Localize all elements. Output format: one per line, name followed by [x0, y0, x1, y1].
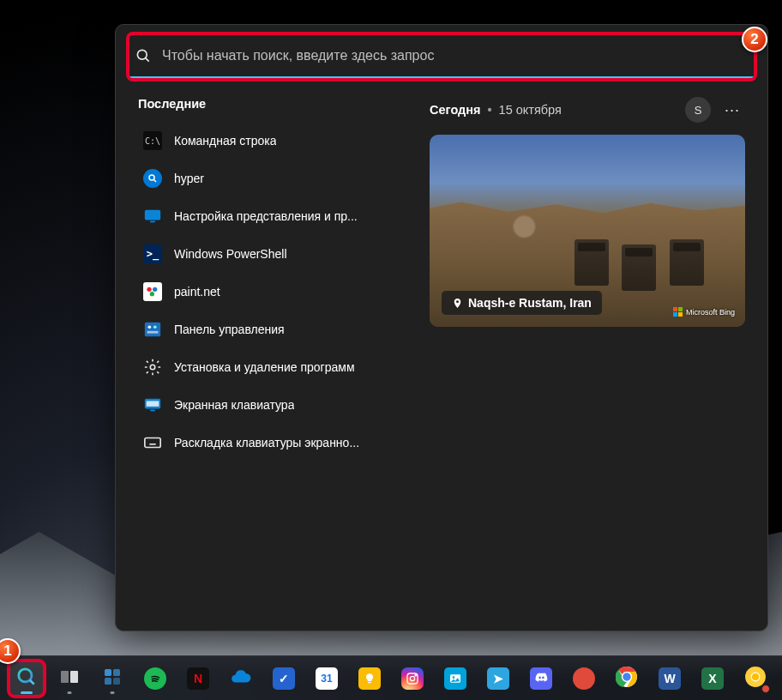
taskbar-task-view-button[interactable]	[51, 661, 87, 697]
svg-line-3	[153, 179, 156, 182]
svg-line-1	[146, 58, 149, 62]
cmd-icon: C:\	[143, 131, 162, 150]
osk-icon	[143, 395, 162, 414]
taskbar-onedrive-button[interactable]	[223, 661, 259, 697]
taskbar-calendar-button[interactable]: 31	[309, 661, 345, 697]
svg-rect-15	[147, 401, 159, 406]
keyboard-layout-icon	[143, 433, 162, 452]
user-avatar[interactable]: S	[685, 97, 711, 123]
display-settings-icon	[143, 207, 162, 226]
recent-item[interactable]: paint.net	[138, 274, 404, 310]
recent-item[interactable]: hyper	[138, 160, 404, 196]
taskbar-chrome-canary-button[interactable]	[737, 661, 773, 697]
recent-item[interactable]: Настройка представления и пр...	[138, 198, 404, 234]
search-field[interactable]	[129, 35, 754, 78]
recent-item-label: Установка и удаление программ	[174, 360, 355, 374]
taskbar-spotify-button[interactable]	[137, 661, 173, 697]
svg-point-8	[150, 292, 154, 296]
taskbar-excel-button[interactable]: X	[695, 661, 731, 697]
recent-item[interactable]: >_Windows PowerShell	[138, 236, 404, 272]
recent-item-label: Экранная клавиатура	[174, 398, 294, 412]
paintnet-icon	[143, 282, 162, 301]
recent-item-label: Командная строка	[174, 134, 276, 148]
separator-dot: •	[487, 103, 491, 117]
svg-rect-23	[113, 669, 120, 676]
recent-section: Последние C:\Командная строкаhyperНастро…	[138, 97, 404, 461]
taskbar-keep-button[interactable]	[352, 661, 388, 697]
recent-item-label: paint.net	[174, 285, 220, 299]
svg-rect-9	[145, 323, 160, 337]
svg-point-2	[149, 175, 154, 180]
taskbar-discord-button[interactable]	[523, 661, 559, 697]
svg-rect-12	[147, 331, 159, 334]
svg-rect-21	[70, 671, 78, 683]
svg-point-30	[453, 676, 455, 679]
search-icon	[135, 47, 152, 64]
recent-item[interactable]: Установка и удаление программ	[138, 349, 404, 385]
taskbar-word-button[interactable]: W	[652, 661, 688, 697]
annotation-highlight-taskbar-search	[7, 659, 46, 698]
taskbar-start-button[interactable]	[0, 661, 2, 697]
recent-item[interactable]: Экранная клавиатура	[138, 387, 404, 423]
search-icon	[143, 169, 162, 188]
recent-item-label: hyper	[174, 172, 204, 185]
taskbar-app-red-button[interactable]	[566, 661, 602, 697]
bing-logo: Microsoft Bing	[673, 307, 735, 317]
svg-rect-17	[145, 438, 160, 448]
search-input[interactable]	[152, 35, 749, 76]
svg-point-28	[415, 674, 416, 675]
svg-rect-4	[145, 210, 160, 220]
taskbar-telegram-button[interactable]: ➤	[480, 661, 516, 697]
location-pin-icon	[452, 298, 463, 309]
bing-logo-text: Microsoft Bing	[686, 308, 735, 317]
recent-item[interactable]: C:\Командная строка	[138, 123, 404, 159]
today-date: 15 октября	[499, 103, 562, 117]
bing-image-caption: Naqsh-e Rustam, Iran	[442, 291, 602, 315]
svg-rect-22	[105, 669, 111, 676]
svg-point-27	[410, 676, 414, 680]
svg-point-10	[148, 325, 152, 329]
svg-point-11	[153, 325, 157, 329]
powershell-icon: >_	[143, 244, 162, 263]
svg-rect-24	[105, 678, 111, 685]
recent-item-label: Настройка представления и пр...	[174, 209, 358, 223]
recent-item-label: Windows PowerShell	[174, 247, 287, 261]
svg-point-13	[150, 365, 155, 370]
svg-point-7	[153, 287, 157, 292]
taskbar-todo-button[interactable]: ✓	[266, 661, 302, 697]
taskbar-photos-button[interactable]	[437, 661, 473, 697]
apps-settings-icon	[143, 358, 162, 377]
taskbar-instagram-button[interactable]	[394, 661, 430, 697]
recent-item[interactable]: Панель управления	[138, 311, 404, 347]
svg-rect-16	[150, 410, 155, 412]
control-panel-icon	[143, 320, 162, 339]
svg-point-36	[752, 673, 760, 680]
bing-image-card[interactable]: Naqsh-e Rustam, Iran Microsoft Bing	[430, 135, 745, 327]
svg-rect-25	[113, 678, 120, 685]
svg-rect-20	[61, 671, 69, 683]
search-field-container: 2	[129, 35, 754, 78]
today-section: Сегодня • 15 октября S ··· Naqsh-e Rus	[430, 97, 745, 461]
recent-item-label: Раскладка клавиатуры экранно...	[174, 436, 359, 450]
taskbar-search-button[interactable]: 1	[9, 661, 45, 697]
recent-item[interactable]: Раскладка клавиатуры экранно...	[138, 425, 404, 461]
taskbar: 1N✓31➤WX	[0, 655, 782, 700]
taskbar-widgets-button[interactable]	[94, 661, 130, 697]
taskbar-chrome-button[interactable]	[609, 661, 645, 697]
svg-rect-5	[150, 221, 155, 223]
more-options-button[interactable]: ···	[719, 97, 745, 123]
svg-point-6	[147, 287, 151, 292]
svg-point-0	[137, 50, 147, 59]
recent-item-label: Панель управления	[174, 323, 285, 336]
bing-caption-text: Naqsh-e Rustam, Iran	[468, 296, 592, 310]
taskbar-netflix-button[interactable]: N	[180, 661, 216, 697]
today-label: Сегодня	[430, 103, 480, 117]
annotation-callout-2: 2	[742, 27, 767, 52]
search-flyout: 2 Последние C:\Командная строкаhyperНаст…	[115, 24, 768, 631]
recent-title: Последние	[138, 97, 404, 111]
